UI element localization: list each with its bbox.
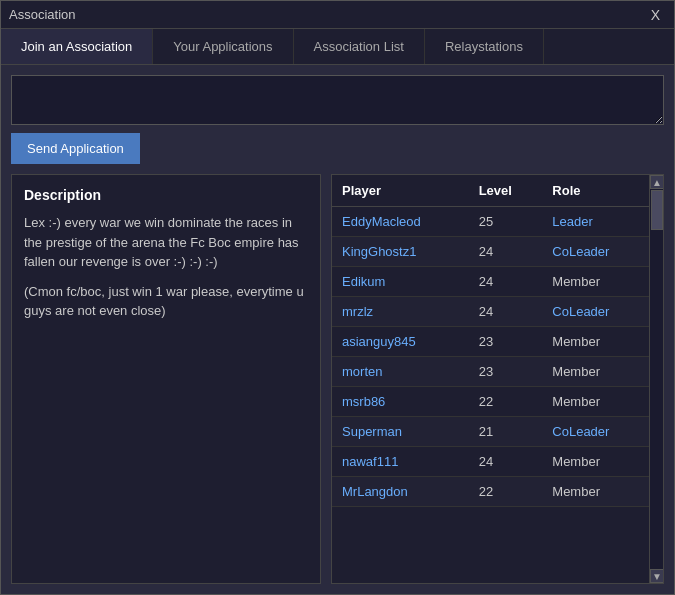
table-row: Edikum24Member (332, 267, 649, 297)
player-level-cell: 22 (469, 477, 543, 507)
player-role-cell: Member (542, 447, 649, 477)
table-row: MrLangdon22Member (332, 477, 649, 507)
table-row: Superman21CoLeader (332, 417, 649, 447)
tab-join[interactable]: Join an Association (1, 29, 153, 64)
col-level: Level (469, 175, 543, 207)
player-role-cell: CoLeader (542, 237, 649, 267)
players-table: Player Level Role EddyMacleod25LeaderKin… (332, 175, 649, 507)
player-role-cell: Member (542, 387, 649, 417)
player-name-cell: MrLangdon (332, 477, 469, 507)
tab-list[interactable]: Association List (294, 29, 425, 64)
player-role-cell: Member (542, 477, 649, 507)
scroll-track (650, 189, 663, 569)
title-bar: Association X (1, 1, 674, 29)
player-name-cell: KingGhostz1 (332, 237, 469, 267)
tab-bar: Join an Association Your Applications As… (1, 29, 674, 65)
main-section: Description Lex :-) every war we win dom… (11, 174, 664, 584)
close-button[interactable]: X (645, 5, 666, 25)
player-name-cell: EddyMacleod (332, 207, 469, 237)
window-scrollbar[interactable]: ▲ ▼ (649, 175, 663, 583)
player-level-cell: 23 (469, 357, 543, 387)
table-row: asianguy84523Member (332, 327, 649, 357)
scroll-thumb (651, 190, 663, 230)
player-name-cell: msrb86 (332, 387, 469, 417)
table-row: msrb8622Member (332, 387, 649, 417)
player-role-cell: CoLeader (542, 417, 649, 447)
description-title: Description (24, 187, 308, 203)
player-name-cell: Edikum (332, 267, 469, 297)
table-header-row: Player Level Role (332, 175, 649, 207)
application-form: Send Application (11, 75, 664, 164)
player-name-cell: asianguy845 (332, 327, 469, 357)
scroll-up-arrow[interactable]: ▲ (650, 175, 663, 189)
table-row: EddyMacleod25Leader (332, 207, 649, 237)
tab-applications[interactable]: Your Applications (153, 29, 293, 64)
description-paragraph-2: (Cmon fc/boc, just win 1 war please, eve… (24, 282, 308, 321)
description-body: Lex :-) every war we win dominate the ra… (24, 213, 308, 321)
send-application-button[interactable]: Send Application (11, 133, 140, 164)
player-level-cell: 25 (469, 207, 543, 237)
col-player: Player (332, 175, 469, 207)
player-level-cell: 24 (469, 267, 543, 297)
players-panel: Player Level Role EddyMacleod25LeaderKin… (331, 174, 664, 584)
table-row: KingGhostz124CoLeader (332, 237, 649, 267)
player-level-cell: 21 (469, 417, 543, 447)
col-role: Role (542, 175, 649, 207)
table-row: morten23Member (332, 357, 649, 387)
player-name-cell: mrzlz (332, 297, 469, 327)
content-area: Send Application Description Lex :-) eve… (1, 65, 674, 594)
player-level-cell: 23 (469, 327, 543, 357)
player-role-cell: Leader (542, 207, 649, 237)
player-level-cell: 24 (469, 237, 543, 267)
player-name-cell: nawaf111 (332, 447, 469, 477)
player-name-cell: Superman (332, 417, 469, 447)
description-paragraph-1: Lex :-) every war we win dominate the ra… (24, 213, 308, 272)
player-level-cell: 24 (469, 297, 543, 327)
application-textarea[interactable] (11, 75, 664, 125)
scroll-down-arrow[interactable]: ▼ (650, 569, 663, 583)
player-role-cell: Member (542, 327, 649, 357)
window: Association X Join an Association Your A… (0, 0, 675, 595)
player-role-cell: Member (542, 357, 649, 387)
player-role-cell: Member (542, 267, 649, 297)
tab-relaystations[interactable]: Relaystations (425, 29, 544, 64)
player-level-cell: 22 (469, 387, 543, 417)
table-row: mrzlz24CoLeader (332, 297, 649, 327)
player-name-cell: morten (332, 357, 469, 387)
players-container: Player Level Role EddyMacleod25LeaderKin… (332, 175, 663, 583)
player-level-cell: 24 (469, 447, 543, 477)
players-scroll[interactable]: Player Level Role EddyMacleod25LeaderKin… (332, 175, 649, 583)
table-row: nawaf11124Member (332, 447, 649, 477)
description-panel: Description Lex :-) every war we win dom… (11, 174, 321, 584)
window-title: Association (9, 7, 75, 22)
player-role-cell: CoLeader (542, 297, 649, 327)
